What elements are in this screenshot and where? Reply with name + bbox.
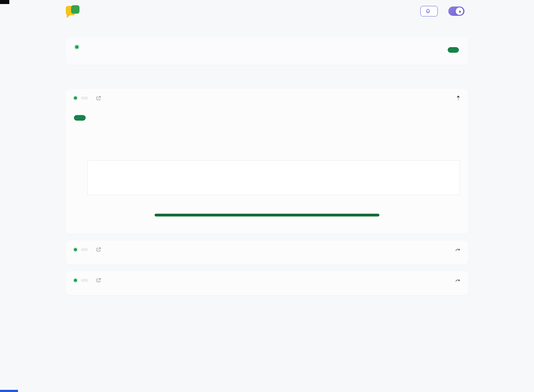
top-nav: ◑ [399, 6, 468, 16]
bottom-left-artifact [0, 390, 18, 392]
contrast-icon: ◑ [458, 9, 461, 14]
brand-logo-icon [66, 5, 80, 18]
external-link-icon[interactable] [96, 278, 101, 283]
collapse-arrow-icon[interactable] [456, 95, 460, 101]
chart-plot [88, 160, 460, 195]
component-type-badge [81, 279, 88, 282]
subscribe-button[interactable] [420, 6, 438, 16]
expand-chevron-icon[interactable] [455, 248, 460, 252]
top-left-artifact [0, 0, 9, 4]
expand-chevron-icon[interactable] [455, 278, 460, 282]
brand[interactable] [66, 5, 84, 18]
external-link-icon[interactable] [96, 96, 101, 101]
today-progress-fill [155, 214, 379, 216]
overall-status-dot [75, 45, 79, 49]
chart-x-axis [88, 196, 460, 203]
component-status-dot [74, 96, 77, 100]
today-progress-bar [155, 214, 379, 216]
chart-y-axis [74, 160, 88, 195]
component-type-badge [81, 97, 88, 99]
component-status-dot [74, 279, 77, 282]
component-card-na-west [66, 271, 468, 295]
overall-status-badge [448, 47, 459, 53]
bell-icon [426, 9, 430, 14]
component-status-pill [74, 115, 86, 121]
component-card-status-pages [66, 89, 468, 234]
response-chart [74, 160, 460, 203]
component-type-badge [81, 248, 88, 251]
external-link-icon[interactable] [96, 247, 101, 252]
page-header: ◑ [66, 0, 468, 22]
component-status-dot [74, 248, 77, 251]
overall-status-card [66, 37, 468, 65]
component-card-eu-west-uk [66, 241, 468, 265]
theme-toggle[interactable]: ◑ [448, 7, 464, 16]
